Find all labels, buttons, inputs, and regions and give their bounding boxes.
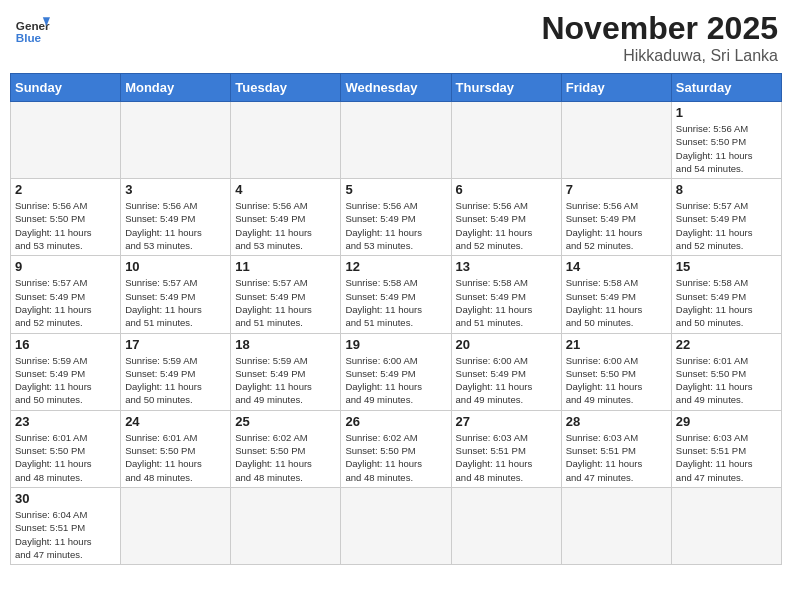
day-number: 16	[15, 337, 116, 352]
day-number: 21	[566, 337, 667, 352]
calendar-cell: 27Sunrise: 6:03 AM Sunset: 5:51 PM Dayli…	[451, 410, 561, 487]
week-row-3: 9Sunrise: 5:57 AM Sunset: 5:49 PM Daylig…	[11, 256, 782, 333]
weekday-header-row: SundayMondayTuesdayWednesdayThursdayFrid…	[11, 74, 782, 102]
calendar-cell	[561, 487, 671, 564]
day-info: Sunrise: 5:57 AM Sunset: 5:49 PM Dayligh…	[15, 276, 116, 329]
calendar: SundayMondayTuesdayWednesdayThursdayFrid…	[10, 73, 782, 565]
week-row-1: 1Sunrise: 5:56 AM Sunset: 5:50 PM Daylig…	[11, 102, 782, 179]
header: General Blue November 2025 Hikkaduwa, Sr…	[10, 10, 782, 65]
day-number: 17	[125, 337, 226, 352]
calendar-cell	[231, 487, 341, 564]
week-row-2: 2Sunrise: 5:56 AM Sunset: 5:50 PM Daylig…	[11, 179, 782, 256]
weekday-header-monday: Monday	[121, 74, 231, 102]
day-info: Sunrise: 6:01 AM Sunset: 5:50 PM Dayligh…	[676, 354, 777, 407]
day-info: Sunrise: 5:56 AM Sunset: 5:50 PM Dayligh…	[676, 122, 777, 175]
calendar-cell: 12Sunrise: 5:58 AM Sunset: 5:49 PM Dayli…	[341, 256, 451, 333]
day-info: Sunrise: 6:00 AM Sunset: 5:49 PM Dayligh…	[456, 354, 557, 407]
day-number: 10	[125, 259, 226, 274]
calendar-cell: 18Sunrise: 5:59 AM Sunset: 5:49 PM Dayli…	[231, 333, 341, 410]
day-info: Sunrise: 5:59 AM Sunset: 5:49 PM Dayligh…	[235, 354, 336, 407]
weekday-header-sunday: Sunday	[11, 74, 121, 102]
svg-text:Blue: Blue	[16, 31, 42, 44]
day-info: Sunrise: 6:04 AM Sunset: 5:51 PM Dayligh…	[15, 508, 116, 561]
day-info: Sunrise: 5:58 AM Sunset: 5:49 PM Dayligh…	[566, 276, 667, 329]
day-number: 27	[456, 414, 557, 429]
weekday-header-friday: Friday	[561, 74, 671, 102]
day-info: Sunrise: 5:56 AM Sunset: 5:50 PM Dayligh…	[15, 199, 116, 252]
calendar-cell	[671, 487, 781, 564]
day-number: 14	[566, 259, 667, 274]
calendar-cell: 20Sunrise: 6:00 AM Sunset: 5:49 PM Dayli…	[451, 333, 561, 410]
day-number: 23	[15, 414, 116, 429]
calendar-cell: 25Sunrise: 6:02 AM Sunset: 5:50 PM Dayli…	[231, 410, 341, 487]
day-info: Sunrise: 5:58 AM Sunset: 5:49 PM Dayligh…	[345, 276, 446, 329]
day-info: Sunrise: 6:03 AM Sunset: 5:51 PM Dayligh…	[676, 431, 777, 484]
day-number: 7	[566, 182, 667, 197]
day-info: Sunrise: 5:57 AM Sunset: 5:49 PM Dayligh…	[676, 199, 777, 252]
calendar-cell: 11Sunrise: 5:57 AM Sunset: 5:49 PM Dayli…	[231, 256, 341, 333]
calendar-cell: 26Sunrise: 6:02 AM Sunset: 5:50 PM Dayli…	[341, 410, 451, 487]
calendar-cell: 29Sunrise: 6:03 AM Sunset: 5:51 PM Dayli…	[671, 410, 781, 487]
calendar-cell: 6Sunrise: 5:56 AM Sunset: 5:49 PM Daylig…	[451, 179, 561, 256]
day-number: 30	[15, 491, 116, 506]
day-info: Sunrise: 5:56 AM Sunset: 5:49 PM Dayligh…	[125, 199, 226, 252]
calendar-cell: 30Sunrise: 6:04 AM Sunset: 5:51 PM Dayli…	[11, 487, 121, 564]
week-row-4: 16Sunrise: 5:59 AM Sunset: 5:49 PM Dayli…	[11, 333, 782, 410]
day-number: 8	[676, 182, 777, 197]
day-info: Sunrise: 6:03 AM Sunset: 5:51 PM Dayligh…	[566, 431, 667, 484]
calendar-cell: 23Sunrise: 6:01 AM Sunset: 5:50 PM Dayli…	[11, 410, 121, 487]
calendar-cell	[561, 102, 671, 179]
calendar-cell: 14Sunrise: 5:58 AM Sunset: 5:49 PM Dayli…	[561, 256, 671, 333]
day-number: 26	[345, 414, 446, 429]
day-number: 22	[676, 337, 777, 352]
day-info: Sunrise: 5:56 AM Sunset: 5:49 PM Dayligh…	[345, 199, 446, 252]
day-info: Sunrise: 6:01 AM Sunset: 5:50 PM Dayligh…	[15, 431, 116, 484]
calendar-cell: 8Sunrise: 5:57 AM Sunset: 5:49 PM Daylig…	[671, 179, 781, 256]
day-number: 4	[235, 182, 336, 197]
calendar-cell: 17Sunrise: 5:59 AM Sunset: 5:49 PM Dayli…	[121, 333, 231, 410]
day-number: 18	[235, 337, 336, 352]
day-number: 29	[676, 414, 777, 429]
calendar-cell: 16Sunrise: 5:59 AM Sunset: 5:49 PM Dayli…	[11, 333, 121, 410]
calendar-cell	[451, 487, 561, 564]
calendar-cell	[121, 487, 231, 564]
calendar-cell: 10Sunrise: 5:57 AM Sunset: 5:49 PM Dayli…	[121, 256, 231, 333]
day-info: Sunrise: 6:02 AM Sunset: 5:50 PM Dayligh…	[235, 431, 336, 484]
calendar-cell	[11, 102, 121, 179]
day-number: 20	[456, 337, 557, 352]
calendar-cell	[341, 102, 451, 179]
calendar-cell: 24Sunrise: 6:01 AM Sunset: 5:50 PM Dayli…	[121, 410, 231, 487]
day-number: 15	[676, 259, 777, 274]
day-info: Sunrise: 6:00 AM Sunset: 5:50 PM Dayligh…	[566, 354, 667, 407]
day-number: 2	[15, 182, 116, 197]
calendar-cell: 19Sunrise: 6:00 AM Sunset: 5:49 PM Dayli…	[341, 333, 451, 410]
day-number: 28	[566, 414, 667, 429]
weekday-header-wednesday: Wednesday	[341, 74, 451, 102]
calendar-cell: 1Sunrise: 5:56 AM Sunset: 5:50 PM Daylig…	[671, 102, 781, 179]
day-info: Sunrise: 5:59 AM Sunset: 5:49 PM Dayligh…	[15, 354, 116, 407]
calendar-cell: 28Sunrise: 6:03 AM Sunset: 5:51 PM Dayli…	[561, 410, 671, 487]
calendar-cell: 22Sunrise: 6:01 AM Sunset: 5:50 PM Dayli…	[671, 333, 781, 410]
weekday-header-saturday: Saturday	[671, 74, 781, 102]
day-info: Sunrise: 6:01 AM Sunset: 5:50 PM Dayligh…	[125, 431, 226, 484]
calendar-cell: 2Sunrise: 5:56 AM Sunset: 5:50 PM Daylig…	[11, 179, 121, 256]
day-info: Sunrise: 5:56 AM Sunset: 5:49 PM Dayligh…	[456, 199, 557, 252]
calendar-cell	[231, 102, 341, 179]
day-info: Sunrise: 5:59 AM Sunset: 5:49 PM Dayligh…	[125, 354, 226, 407]
day-number: 11	[235, 259, 336, 274]
week-row-6: 30Sunrise: 6:04 AM Sunset: 5:51 PM Dayli…	[11, 487, 782, 564]
calendar-cell: 7Sunrise: 5:56 AM Sunset: 5:49 PM Daylig…	[561, 179, 671, 256]
calendar-cell	[341, 487, 451, 564]
day-info: Sunrise: 5:56 AM Sunset: 5:49 PM Dayligh…	[566, 199, 667, 252]
month-title: November 2025	[541, 10, 778, 47]
calendar-cell: 3Sunrise: 5:56 AM Sunset: 5:49 PM Daylig…	[121, 179, 231, 256]
weekday-header-thursday: Thursday	[451, 74, 561, 102]
calendar-cell	[121, 102, 231, 179]
day-info: Sunrise: 5:56 AM Sunset: 5:49 PM Dayligh…	[235, 199, 336, 252]
calendar-cell	[451, 102, 561, 179]
calendar-cell: 9Sunrise: 5:57 AM Sunset: 5:49 PM Daylig…	[11, 256, 121, 333]
calendar-cell: 15Sunrise: 5:58 AM Sunset: 5:49 PM Dayli…	[671, 256, 781, 333]
day-info: Sunrise: 6:00 AM Sunset: 5:49 PM Dayligh…	[345, 354, 446, 407]
day-number: 3	[125, 182, 226, 197]
day-info: Sunrise: 5:57 AM Sunset: 5:49 PM Dayligh…	[235, 276, 336, 329]
